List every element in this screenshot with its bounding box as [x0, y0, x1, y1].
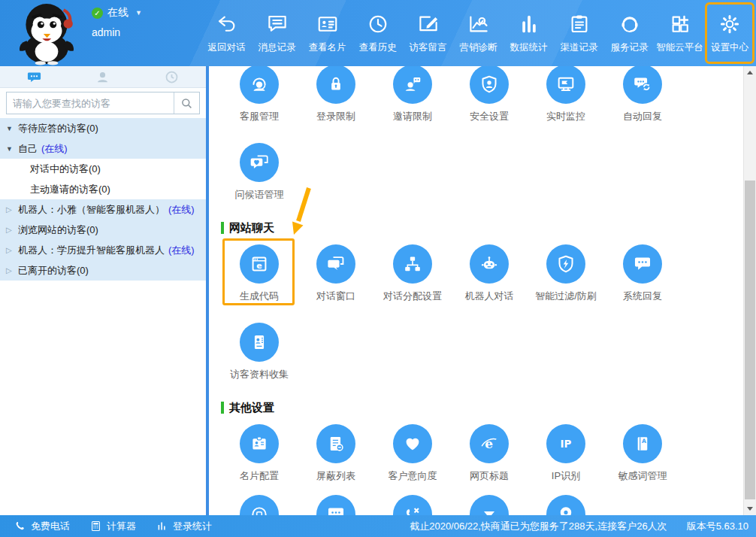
toolbar-button-label: 查看名片	[309, 41, 346, 54]
grid-item-label: 客户意向度	[389, 469, 437, 482]
grid-item-chat-double[interactable]: 对话窗口	[298, 244, 374, 302]
toolbar-button-channel-record[interactable]: 渠道记录	[554, 0, 604, 66]
statusbar-item-label: 登录统计	[173, 520, 212, 533]
section-header: 其他设置	[221, 400, 743, 415]
browser-e-icon: e	[249, 253, 270, 275]
scroll-up-button[interactable]	[744, 66, 756, 79]
grid-item-ip-text[interactable]: IPIP识别	[528, 424, 604, 482]
tree-item[interactable]: 对话中的访客(0)	[0, 159, 206, 179]
calculator-icon	[89, 520, 102, 532]
tree-item[interactable]: ▷机器人：小雅（智能客服机器人）(在线)	[0, 199, 206, 220]
tree-item[interactable]: ▷已离开的访客(0)	[0, 260, 206, 281]
toolbar-button-service-record[interactable]: 服务记录	[604, 0, 655, 66]
toolbar-button-data-stats[interactable]: 数据统计	[503, 0, 554, 66]
sidebar-tab-history[interactable]	[138, 66, 206, 87]
grid-item-heart[interactable]: 客户意向度	[374, 424, 451, 482]
search-area	[0, 88, 206, 118]
grid-item-label: 自动回复	[623, 110, 662, 123]
tree-item[interactable]: ▼等待应答的访客(0)	[0, 118, 206, 138]
settings-icon	[718, 13, 741, 35]
mascot-logo	[8, 1, 86, 65]
scroll-down-button[interactable]	[744, 502, 756, 515]
toolbar-button-settings[interactable]: 设置中心	[705, 2, 754, 64]
collapsed-marker-icon[interactable]: ▷	[6, 205, 18, 214]
profile-card-circle	[240, 323, 279, 362]
grid-item-lock[interactable]: 登录限制	[298, 66, 374, 123]
toolbar-button-visitor-message[interactable]: 访客留言	[403, 0, 453, 66]
top-bar: ✓ 在线 ▼ admin 返回对话消息记录查看名片查看历史访客留言营销诊断数据统…	[0, 0, 756, 66]
toolbar-button-return-arrow[interactable]: 返回对话	[201, 0, 252, 66]
scrollbar-thumb[interactable]	[745, 181, 755, 499]
grid-item-triangle-down[interactable]	[451, 495, 528, 515]
toolbar-button-cloud-platform[interactable]: 智能云平台	[655, 0, 705, 66]
invite-limit-circle	[393, 66, 432, 104]
grid-item-browser-e[interactable]: e生成代码	[221, 244, 298, 302]
grid-item-doc-block[interactable]: 屏蔽列表	[298, 424, 374, 482]
collapsed-marker-icon[interactable]: ▷	[6, 246, 18, 254]
statusbar-item-phone[interactable]: 免费电话	[14, 520, 70, 533]
chat-dots-circle	[316, 495, 355, 515]
grid-item-ie-e[interactable]: e网页标题	[451, 424, 528, 482]
grid-item-profile-card[interactable]: 访客资料收集	[221, 323, 298, 381]
grid-item-chat-dots[interactable]: 系统回复	[604, 244, 681, 302]
statusbar-item-calculator[interactable]: 计算器	[89, 520, 136, 533]
chat-double-circle	[316, 244, 355, 284]
grid-item-label: 智能过滤/防刷	[535, 290, 597, 302]
grid-item-shield-bolt[interactable]: 智能过滤/防刷	[528, 244, 604, 302]
grid-item-label: 邀请限制	[393, 110, 432, 123]
tree-item[interactable]: ▷机器人：学历提升智能客服机器人(在线)	[0, 240, 206, 260]
grid-item-chat-heart[interactable]: 问候语管理	[221, 143, 298, 201]
headset-icon	[249, 74, 270, 95]
grid-item-invite-limit[interactable]: 邀请限制	[374, 66, 451, 123]
status-caret-icon[interactable]: ▼	[135, 9, 142, 17]
grid-item-shield-person[interactable]: 安全设置	[451, 66, 528, 123]
tree-item[interactable]: ▷浏览网站的访客(0)	[0, 220, 206, 240]
collapsed-marker-icon[interactable]: ▷	[6, 266, 18, 275]
shield-person-circle	[470, 66, 509, 104]
tree-item[interactable]: ▼自己(在线)	[0, 138, 206, 159]
grid-item-book-a[interactable]: A敏感词管理	[604, 424, 681, 482]
location-pin-circle	[546, 495, 585, 515]
return-arrow-icon	[216, 13, 238, 35]
grid-item-phone-x[interactable]	[374, 495, 451, 515]
grid-item-chat-sync[interactable]: 自动回复	[604, 66, 681, 123]
grid-item-chat-dots[interactable]	[298, 495, 374, 515]
tree-item[interactable]: 主动邀请的访客(0)	[0, 179, 206, 199]
grid-item-id-badge[interactable]: 名片配置	[221, 424, 298, 482]
toolbar-button-marketing-diagnosis[interactable]: 营销诊断	[453, 0, 503, 66]
online-status-label[interactable]: 在线	[107, 6, 129, 20]
ie-e-circle: e	[470, 424, 509, 463]
statusbar-item-login-stats[interactable]: 登录统计	[156, 520, 212, 533]
expanded-marker-icon[interactable]: ▼	[6, 125, 18, 132]
sidebar-tab-chat[interactable]	[0, 66, 68, 87]
phone-x-circle	[393, 495, 432, 515]
toolbar-button-business-card[interactable]: 查看名片	[302, 0, 352, 66]
cloud-platform-icon	[669, 13, 691, 35]
grid-item-circle-spiral[interactable]	[221, 495, 298, 515]
phone-icon	[14, 520, 26, 532]
visitor-sidebar: ▼等待应答的访客(0)▼自己(在线)对话中的访客(0)主动邀请的访客(0)▷机器…	[0, 66, 206, 515]
sidebar-tab-visitors[interactable]	[68, 66, 137, 87]
grid-item-headset[interactable]: 客服管理	[221, 66, 298, 123]
grid-item-monitor[interactable]: 实时监控	[528, 66, 604, 123]
expanded-marker-icon[interactable]: ▼	[6, 145, 18, 153]
toolbar-button-history-clock[interactable]: 查看历史	[352, 0, 403, 66]
toolbar-button-label: 设置中心	[711, 41, 748, 54]
grid-item-location-pin[interactable]	[528, 495, 604, 515]
grid-item-label: 敏感词管理	[618, 469, 667, 482]
collapsed-marker-icon[interactable]: ▷	[6, 226, 18, 234]
lock-icon	[325, 74, 346, 95]
search-button[interactable]	[174, 93, 199, 114]
triangle-down-circle	[470, 495, 509, 515]
history-tab-icon	[164, 69, 180, 85]
grid-item-org-tree[interactable]: 对话分配设置	[374, 244, 451, 302]
vertical-scrollbar[interactable]	[743, 66, 756, 515]
section-title: 其他设置	[229, 401, 274, 415]
visitor-tree: ▼等待应答的访客(0)▼自己(在线)对话中的访客(0)主动邀请的访客(0)▷机器…	[0, 118, 206, 281]
online-suffix: (在线)	[168, 244, 195, 257]
search-input[interactable]	[7, 93, 174, 114]
toolbar-button-message-log[interactable]: 消息记录	[252, 0, 302, 66]
ip-text-icon: IP	[555, 433, 576, 454]
channel-record-icon	[568, 13, 591, 35]
grid-item-robot[interactable]: 机器人对话	[451, 244, 528, 302]
